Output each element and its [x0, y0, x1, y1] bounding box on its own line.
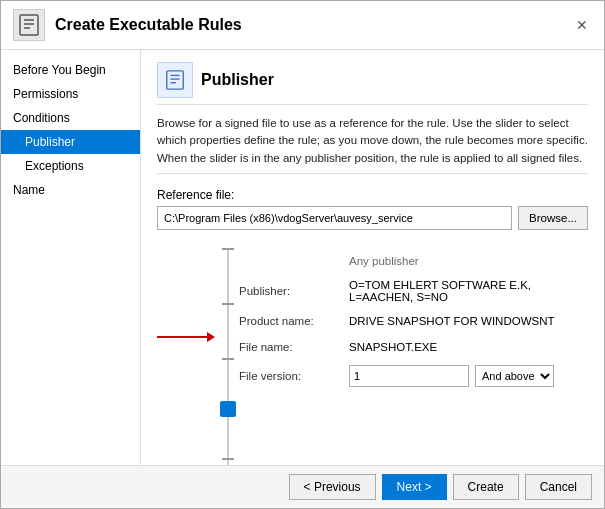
- previous-button[interactable]: < Previous: [289, 474, 376, 500]
- dialog-content: Before You Begin Permissions Conditions …: [1, 50, 604, 465]
- arrow-head: [207, 332, 215, 342]
- sidebar-item-permissions[interactable]: Permissions: [1, 82, 140, 106]
- publisher-label: Publisher:: [239, 285, 349, 297]
- arrow-container: [157, 244, 217, 465]
- sidebar-item-conditions[interactable]: Conditions: [1, 106, 140, 130]
- slider-properties-section: Any publisher Publisher: O=TOM EHLERT SO…: [157, 244, 588, 465]
- section-icon: [157, 62, 193, 98]
- svg-rect-0: [20, 15, 38, 35]
- and-above-select[interactable]: And above And below Exactly: [475, 365, 554, 387]
- file-name-row: File name: SNAPSHOT.EXE: [239, 334, 588, 360]
- file-version-input[interactable]: [349, 365, 469, 387]
- create-button[interactable]: Create: [453, 474, 519, 500]
- tick-1: [222, 303, 234, 305]
- slider-container: [227, 244, 229, 465]
- title-bar-left: Create Executable Rules: [13, 9, 242, 41]
- sidebar-item-before-you-begin[interactable]: Before You Begin: [1, 58, 140, 82]
- file-version-label: File version:: [239, 370, 349, 382]
- publisher-value: O=TOM EHLERT SOFTWARE E.K, L=AACHEN, S=N…: [349, 279, 588, 303]
- publisher-row: Publisher: O=TOM EHLERT SOFTWARE E.K, L=…: [239, 274, 588, 308]
- cancel-button[interactable]: Cancel: [525, 474, 592, 500]
- ref-file-section: Reference file: Browse...: [157, 188, 588, 230]
- slider-thumb[interactable]: [220, 401, 236, 417]
- product-name-row: Product name: DRIVE SNAPSHOT FOR WINDOWS…: [239, 308, 588, 334]
- file-version-row: File version: And above And below Exactl…: [239, 360, 588, 392]
- dialog-title: Create Executable Rules: [55, 16, 242, 34]
- tick-4: [222, 458, 234, 460]
- tick-2: [222, 358, 234, 360]
- file-name-value: SNAPSHOT.EXE: [349, 341, 588, 353]
- sidebar-item-exceptions[interactable]: Exceptions: [1, 154, 140, 178]
- product-name-value: DRIVE SNAPSHOT FOR WINDOWSNT: [349, 315, 588, 327]
- next-button[interactable]: Next >: [382, 474, 447, 500]
- sidebar-item-publisher[interactable]: Publisher: [1, 130, 140, 154]
- main-header: Publisher: [157, 62, 588, 105]
- sidebar: Before You Begin Permissions Conditions …: [1, 50, 141, 465]
- description-text: Browse for a signed file to use as a ref…: [157, 115, 588, 174]
- sidebar-item-name[interactable]: Name: [1, 178, 140, 202]
- tick-0: [222, 248, 234, 250]
- arrow-line: [157, 336, 207, 338]
- any-publisher-value: Any publisher: [349, 255, 588, 267]
- create-executable-rules-dialog: Create Executable Rules ✕ Before You Beg…: [0, 0, 605, 509]
- product-name-label: Product name:: [239, 315, 349, 327]
- svg-rect-4: [167, 71, 184, 89]
- properties-table: Any publisher Publisher: O=TOM EHLERT SO…: [239, 244, 588, 465]
- arrow-indicator: [157, 332, 215, 342]
- ref-file-row: Browse...: [157, 206, 588, 230]
- section-title: Publisher: [201, 71, 274, 89]
- file-version-controls: And above And below Exactly: [349, 365, 554, 387]
- browse-button[interactable]: Browse...: [518, 206, 588, 230]
- dialog-icon: [13, 9, 45, 41]
- ref-file-input[interactable]: [157, 206, 512, 230]
- ref-file-label: Reference file:: [157, 188, 588, 202]
- file-name-label: File name:: [239, 341, 349, 353]
- any-publisher-row: Any publisher: [239, 248, 588, 274]
- footer: < Previous Next > Create Cancel: [1, 465, 604, 508]
- slider-track[interactable]: [227, 248, 229, 465]
- title-bar: Create Executable Rules ✕: [1, 1, 604, 50]
- main-area: Publisher Browse for a signed file to us…: [141, 50, 604, 465]
- close-button[interactable]: ✕: [572, 15, 592, 35]
